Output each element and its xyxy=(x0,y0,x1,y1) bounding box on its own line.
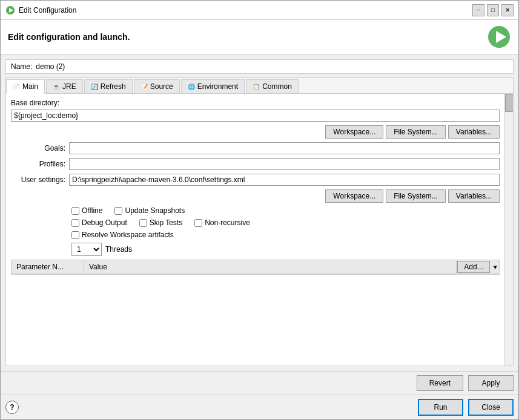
name-label: Name: xyxy=(11,62,32,71)
header-title: Edit configuration and launch. xyxy=(8,32,130,42)
scrollbar-thumb[interactable] xyxy=(505,94,513,112)
common-tab-icon: 📋 xyxy=(253,84,260,90)
checkbox-row-3: Resolve Workspace artifacts xyxy=(71,231,500,239)
profiles-input[interactable] xyxy=(69,158,500,170)
base-directory-section: Base directory: xyxy=(11,99,500,122)
checkbox-row-1: Offline Update Snapshots xyxy=(71,206,500,215)
checkboxes-section: Offline Update Snapshots Debug Output xyxy=(71,206,500,239)
offline-label: Offline xyxy=(82,206,102,215)
resolve-workspace-input[interactable] xyxy=(71,231,79,239)
window-title: Edit Configuration xyxy=(19,6,472,15)
content-area: Name: 📄 Main ☕ JRE 🔄 Refresh xyxy=(1,54,518,371)
update-snapshots-checkbox[interactable]: Update Snapshots xyxy=(114,206,185,215)
resolve-workspace-checkbox[interactable]: Resolve Workspace artifacts xyxy=(71,231,174,239)
update-snapshots-label: Update Snapshots xyxy=(125,206,185,215)
goals-input[interactable] xyxy=(69,142,500,154)
skip-tests-label: Skip Tests xyxy=(150,218,182,227)
footer-buttons: Run Close xyxy=(418,399,514,416)
threads-row: 1 2 4 Threads xyxy=(71,243,500,256)
checkbox-row-2: Debug Output Skip Tests Non-recursive xyxy=(71,218,500,227)
add-parameter-button[interactable]: Add... xyxy=(457,261,489,273)
skip-tests-input[interactable] xyxy=(139,219,147,227)
threads-label: Threads xyxy=(105,245,132,254)
debug-output-checkbox[interactable]: Debug Output xyxy=(71,218,127,227)
revert-button[interactable]: Revert xyxy=(417,375,463,391)
file-system-button-1[interactable]: File System... xyxy=(386,125,446,139)
parameter-table: Parameter N... Value Add... ▼ xyxy=(11,260,500,275)
edit-configuration-window: Edit Configuration − □ ✕ Edit configurat… xyxy=(0,0,519,420)
variables-button-2[interactable]: Variables... xyxy=(448,189,500,203)
non-recursive-label: Non-recursive xyxy=(205,218,250,227)
help-button[interactable]: ? xyxy=(5,401,19,414)
title-bar: Edit Configuration − □ ✕ xyxy=(1,1,518,20)
close-button-footer[interactable]: Close xyxy=(468,399,514,416)
profiles-row: Profiles: xyxy=(11,158,500,170)
footer-area: ? Run Close xyxy=(1,395,518,419)
base-directory-label: Base directory: xyxy=(11,99,500,107)
file-system-button-2[interactable]: File System... xyxy=(386,189,446,203)
debug-output-input[interactable] xyxy=(71,219,79,227)
tab-source[interactable]: 📝 Source xyxy=(134,79,180,93)
workspace-button-1[interactable]: Workspace... xyxy=(325,125,383,139)
base-dir-btn-row: Workspace... File System... Variables... xyxy=(11,125,500,139)
tab-refresh-label: Refresh xyxy=(101,82,126,91)
tab-main[interactable]: 📄 Main xyxy=(6,79,45,94)
user-settings-input[interactable] xyxy=(69,174,500,186)
threads-select[interactable]: 1 2 4 xyxy=(71,243,102,256)
source-tab-icon: 📝 xyxy=(140,84,148,90)
goals-row: Goals: xyxy=(11,142,500,154)
tab-source-label: Source xyxy=(150,82,173,91)
tab-main-label: Main xyxy=(22,82,38,91)
profiles-label: Profiles: xyxy=(11,160,65,168)
skip-tests-checkbox[interactable]: Skip Tests xyxy=(139,218,182,227)
param-col-header-2: Value xyxy=(84,260,457,274)
refresh-tab-icon: 🔄 xyxy=(91,84,98,90)
base-directory-input[interactable] xyxy=(11,110,500,122)
goals-label: Goals: xyxy=(11,144,65,153)
tab-jre[interactable]: ☕ JRE xyxy=(46,79,83,93)
header-section: Edit configuration and launch. xyxy=(1,20,518,54)
scroll-down-indicator: ▼ xyxy=(492,264,498,271)
name-row: Name: xyxy=(5,59,514,74)
app-icon xyxy=(5,5,15,15)
main-tab-icon: 📄 xyxy=(13,84,20,90)
jre-tab-icon: ☕ xyxy=(53,84,60,90)
name-input[interactable] xyxy=(36,62,508,71)
resolve-workspace-label: Resolve Workspace artifacts xyxy=(82,231,174,239)
environment-tab-icon: 🌐 xyxy=(188,84,195,90)
user-settings-btn-row: Workspace... File System... Variables... xyxy=(11,189,500,203)
tab-environment[interactable]: 🌐 Environment xyxy=(181,79,245,93)
maximize-button[interactable]: □ xyxy=(487,4,499,16)
user-settings-label: User settings: xyxy=(11,176,65,184)
non-recursive-checkbox[interactable]: Non-recursive xyxy=(194,218,250,227)
debug-output-label: Debug Output xyxy=(82,218,127,227)
variables-button-1[interactable]: Variables... xyxy=(448,125,500,139)
tab-content-main: Base directory: Workspace... File System… xyxy=(6,94,513,366)
tab-refresh[interactable]: 🔄 Refresh xyxy=(84,79,133,93)
table-add-col: Add... ▼ xyxy=(457,260,499,274)
tab-environment-label: Environment xyxy=(197,82,238,91)
apply-button[interactable]: Apply xyxy=(468,375,514,391)
user-settings-row: User settings: xyxy=(11,174,500,186)
workspace-button-2[interactable]: Workspace... xyxy=(325,189,383,203)
close-button[interactable]: ✕ xyxy=(501,4,514,16)
tab-common[interactable]: 📋 Common xyxy=(246,79,299,93)
scrollbar-track xyxy=(504,94,513,366)
tab-panel: 📄 Main ☕ JRE 🔄 Refresh 📝 Source 🌐 xyxy=(5,77,514,366)
update-snapshots-input[interactable] xyxy=(114,207,122,215)
tab-jre-label: JRE xyxy=(62,82,76,91)
run-icon[interactable] xyxy=(487,25,511,49)
run-button[interactable]: Run xyxy=(418,399,463,416)
offline-checkbox[interactable]: Offline xyxy=(71,206,102,215)
window-controls: − □ ✕ xyxy=(472,4,514,16)
bottom-button-area: Revert Apply xyxy=(1,371,518,395)
param-col-header-1: Parameter N... xyxy=(12,260,84,274)
minimize-button[interactable]: − xyxy=(472,4,484,16)
non-recursive-input[interactable] xyxy=(194,219,202,227)
tab-common-label: Common xyxy=(262,82,292,91)
table-header: Parameter N... Value Add... ▼ xyxy=(12,260,499,274)
tab-bar: 📄 Main ☕ JRE 🔄 Refresh 📝 Source 🌐 xyxy=(6,78,513,94)
offline-checkbox-input[interactable] xyxy=(71,207,79,215)
